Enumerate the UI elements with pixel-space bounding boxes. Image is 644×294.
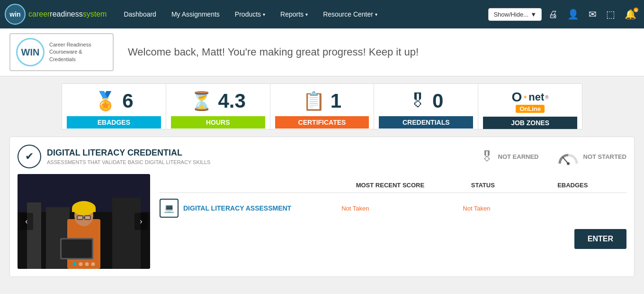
header-area: WIN Career Readiness Courseware & Creden… xyxy=(0,28,644,76)
mail-icon[interactable]: ✉ xyxy=(586,9,599,20)
nav-reports-label: Reports xyxy=(280,10,304,18)
stat-job-zones[interactable]: O ✶ net ® OnLine JOB ZONES xyxy=(478,84,582,129)
credential-not-earned-status: 🎖 NOT EARNED xyxy=(480,149,539,165)
onet-star-icon: ✶ xyxy=(523,94,528,101)
onet-o-letter: O xyxy=(512,90,522,105)
chevron-down-icon: ▾ xyxy=(375,12,377,17)
credentials-label: CREDENTIALS xyxy=(379,116,473,129)
certificates-count: 1 xyxy=(331,90,341,112)
credential-image-carousel: ‹ › xyxy=(18,174,150,269)
carousel-dot-4[interactable] xyxy=(91,262,95,266)
assessment-score: Not Taken xyxy=(341,205,463,212)
user-icon[interactable]: 👤 xyxy=(564,9,582,20)
exit-icon[interactable]: ⬚ xyxy=(603,9,618,20)
assessment-name[interactable]: 💻 DIGITAL LITERACY ASSESSMENT xyxy=(160,199,341,218)
chevron-down-icon: ▾ xyxy=(305,12,308,17)
svg-rect-10 xyxy=(72,208,96,212)
ebadges-label: EBADGES xyxy=(67,116,161,129)
table-row: 💻 DIGITAL LITERACY ASSESSMENT Not Taken … xyxy=(160,193,626,223)
nav-products[interactable]: Products ▾ xyxy=(227,0,273,28)
enter-button[interactable]: ENTER xyxy=(574,229,626,249)
ebadges-count: 6 xyxy=(122,90,133,112)
nav-links: Dashboard My Assignments Products ▾ Repo… xyxy=(116,0,488,28)
svg-line-1 xyxy=(563,157,568,164)
credential-title: DIGITAL LITERACY CREDENTIAL xyxy=(47,148,210,158)
credentials-count: 0 xyxy=(432,90,443,112)
win-tagline-line1: Career Readiness xyxy=(49,41,91,48)
navbar: win careerreadinesssystem Dashboard My A… xyxy=(0,0,644,28)
carousel-dot-3[interactable] xyxy=(85,262,89,266)
nav-reports[interactable]: Reports ▾ xyxy=(273,0,315,28)
win-tagline: Career Readiness Courseware & Credential… xyxy=(49,41,91,63)
not-started-label: NOT STARTED xyxy=(583,153,626,160)
win-logo-block: WIN Career Readiness Courseware & Creden… xyxy=(9,33,114,71)
svg-rect-6 xyxy=(112,198,141,269)
show-hide-button[interactable]: Show/Hide... ▼ xyxy=(488,8,542,21)
credential-status-section: 🎖 NOT EARNED NOT STARTED xyxy=(480,147,626,165)
not-earned-icon: 🎖 xyxy=(480,149,493,165)
stat-credentials-top: 🎖 0 xyxy=(409,90,443,112)
worker-image xyxy=(18,174,150,269)
carousel-dots xyxy=(73,262,95,266)
assessment-status: Not Taken xyxy=(463,205,554,212)
credential-header: ✔ DIGITAL LITERACY CREDENTIAL ASSESSMENT… xyxy=(18,145,626,168)
nav-resource-center[interactable]: Resource Center ▾ xyxy=(315,0,385,28)
win-tagline-line2: Courseware & xyxy=(49,48,91,55)
hours-icon: ⏳ xyxy=(190,91,213,111)
svg-rect-15 xyxy=(62,239,92,258)
carousel-prev-button[interactable]: ‹ xyxy=(20,213,33,230)
carousel-next-button[interactable]: › xyxy=(134,213,148,230)
onet-logo-top: O ✶ net ® xyxy=(512,90,549,105)
logo-text: careerreadinesssystem xyxy=(28,10,107,18)
assessment-name-text: DIGITAL LITERACY ASSESSMENT xyxy=(183,204,341,212)
stat-ebadges[interactable]: 🏅 6 EBADGES xyxy=(62,84,166,129)
onet-logo: O ✶ net ® OnLine xyxy=(512,90,549,113)
stat-hours-top: ⏳ 4.3 xyxy=(190,90,246,112)
credential-card: ✔ DIGITAL LITERACY CREDENTIAL ASSESSMENT… xyxy=(9,137,635,277)
logo: win careerreadinesssystem xyxy=(5,4,107,25)
svg-rect-11 xyxy=(77,216,83,220)
nav-my-assignments[interactable]: My Assignments xyxy=(164,0,227,28)
credential-badge-icon: ✔ xyxy=(18,145,41,168)
print-icon[interactable]: 🖨 xyxy=(546,9,561,20)
hours-count: 4.3 xyxy=(218,90,246,112)
stat-certificates[interactable]: 📋 1 CERTIFICATES xyxy=(270,84,375,129)
nav-products-label: Products xyxy=(235,10,261,18)
chevron-down-icon: ▾ xyxy=(263,12,265,17)
logo-readiness: readiness xyxy=(50,10,82,18)
show-hide-label: Show/Hide... xyxy=(493,11,528,18)
carousel-image xyxy=(18,174,150,269)
col-score-header: MOST RECENT SCORE xyxy=(356,182,471,189)
col-ebadges-header: EBADGES xyxy=(557,182,626,189)
col-name-header xyxy=(160,182,356,189)
stat-hours[interactable]: ⏳ 4.3 HOURS xyxy=(166,84,270,129)
logo-career: career xyxy=(28,10,50,18)
onet-net-text: net xyxy=(528,91,544,103)
not-earned-label: NOT EARNED xyxy=(498,153,539,160)
onet-registered: ® xyxy=(545,95,548,100)
notification-icon[interactable]: 🔔● xyxy=(622,9,639,20)
job-zones-label: JOB ZONES xyxy=(483,117,577,129)
notification-badge: ● xyxy=(634,8,638,12)
stat-ebadges-top: 🏅 6 xyxy=(94,90,133,112)
welcome-message: Welcome back, Matt! You're making great … xyxy=(128,46,419,58)
show-hide-caret: ▼ xyxy=(530,11,537,18)
gauge-icon xyxy=(558,147,579,165)
credential-subtitle: ASSESSMENTS THAT VALIDATE BASIC DIGITAL … xyxy=(47,159,210,165)
credential-content: ‹ › MOST RECENT SCORE STATUS EBADGES 💻 D… xyxy=(18,174,626,269)
carousel-dot-1[interactable] xyxy=(73,262,77,266)
credential-not-started-status: NOT STARTED xyxy=(558,147,626,165)
stat-job-zones-top: O ✶ net ® OnLine xyxy=(512,90,549,113)
ebadges-icon: 🏅 xyxy=(94,91,116,111)
certificates-label: CERTIFICATES xyxy=(275,116,369,129)
svg-rect-4 xyxy=(27,202,41,269)
logo-system: system xyxy=(83,10,107,18)
nav-dashboard[interactable]: Dashboard xyxy=(116,0,164,28)
stat-credentials[interactable]: 🎖 0 CREDENTIALS xyxy=(374,84,478,129)
credential-title-section: ✔ DIGITAL LITERACY CREDENTIAL ASSESSMENT… xyxy=(18,145,210,168)
logo-win-circle: win xyxy=(5,4,26,25)
win-tagline-line3: Credentials xyxy=(49,56,91,63)
credentials-icon: 🎖 xyxy=(409,91,427,111)
carousel-dot-2[interactable] xyxy=(79,262,83,266)
stat-certificates-top: 📋 1 xyxy=(303,90,341,112)
